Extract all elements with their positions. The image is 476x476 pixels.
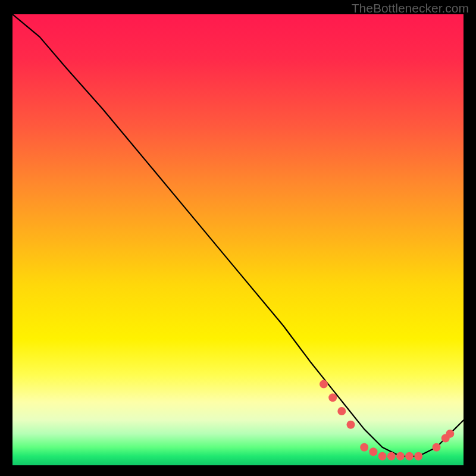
svg-point-9 bbox=[405, 452, 414, 461]
svg-point-7 bbox=[387, 452, 396, 461]
chart-svg bbox=[12, 14, 464, 465]
svg-point-0 bbox=[320, 380, 328, 389]
svg-point-2 bbox=[337, 407, 346, 415]
attribution-label: TheBottlenecker.com bbox=[352, 1, 469, 15]
svg-point-5 bbox=[369, 447, 377, 456]
svg-point-3 bbox=[347, 421, 355, 429]
chart-plot-area bbox=[12, 14, 464, 465]
svg-point-13 bbox=[446, 430, 454, 438]
svg-point-6 bbox=[378, 452, 387, 461]
svg-point-10 bbox=[414, 452, 422, 461]
svg-point-1 bbox=[328, 393, 337, 402]
svg-point-8 bbox=[396, 452, 405, 461]
svg-point-4 bbox=[360, 443, 368, 452]
curve-line bbox=[12, 14, 464, 456]
svg-point-11 bbox=[433, 443, 441, 452]
curve-markers bbox=[320, 380, 454, 461]
